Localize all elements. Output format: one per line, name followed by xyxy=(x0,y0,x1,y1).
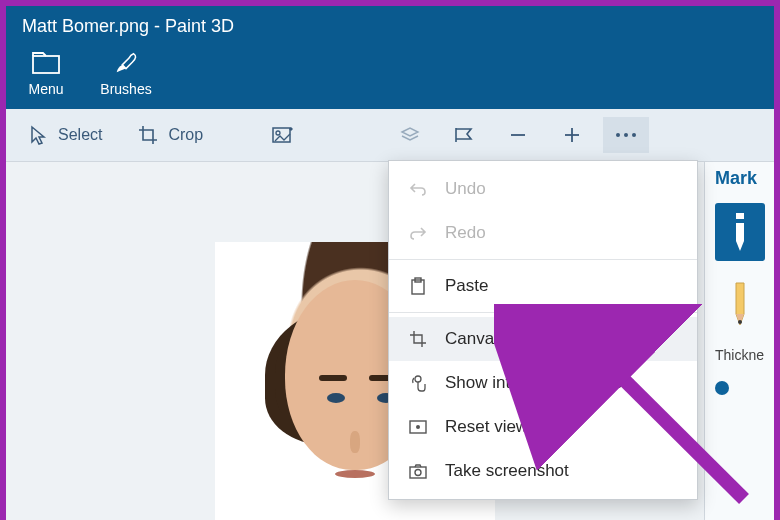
menu-button[interactable]: Menu xyxy=(16,49,76,97)
menu-item-redo: Redo xyxy=(389,211,697,255)
thickness-slider[interactable] xyxy=(715,381,729,395)
crop-icon xyxy=(138,125,158,145)
svg-point-17 xyxy=(415,469,421,475)
brushes-label: Brushes xyxy=(100,81,151,97)
stack-icon xyxy=(398,126,422,144)
touch-icon xyxy=(407,373,429,393)
svg-point-2 xyxy=(276,131,280,135)
clipboard-icon xyxy=(407,277,429,295)
image-sparkle-icon xyxy=(272,125,296,145)
app-window: Matt Bomer.png - Paint 3D Menu Brushes S… xyxy=(6,6,774,514)
more-options-button[interactable] xyxy=(603,117,649,153)
menu-item-label: Show interaction controls xyxy=(445,373,635,393)
brush-icon xyxy=(112,49,140,77)
context-menu: Undo Redo Paste Canvas options Sho xyxy=(388,160,698,500)
menu-item-show-interaction[interactable]: Show interaction controls xyxy=(389,361,697,405)
magic-select-tool[interactable] xyxy=(261,117,307,153)
menu-label: Menu xyxy=(28,81,63,97)
plus-icon xyxy=(562,125,582,145)
ellipsis-icon xyxy=(614,131,638,139)
reset-view-icon xyxy=(407,420,429,434)
marker-tool[interactable] xyxy=(715,203,765,261)
menu-separator xyxy=(389,259,697,260)
flag-icon xyxy=(453,126,475,144)
marker-icon xyxy=(726,209,754,255)
menu-item-paste[interactable]: Paste xyxy=(389,264,697,308)
svg-point-8 xyxy=(632,133,636,137)
menu-separator xyxy=(389,312,697,313)
cursor-icon xyxy=(30,125,48,145)
menu-item-label: Canvas options xyxy=(445,329,562,349)
top-menubar: Menu Brushes xyxy=(6,47,774,109)
pencil-tool[interactable] xyxy=(715,275,765,333)
folder-icon xyxy=(32,49,60,77)
svg-point-7 xyxy=(624,133,628,137)
right-sidebar: Mark Thickne xyxy=(704,162,774,520)
mixed-reality-tool[interactable] xyxy=(441,117,487,153)
pencil-icon xyxy=(727,280,753,328)
menu-item-label: Reset view xyxy=(445,417,528,437)
svg-point-10 xyxy=(738,320,742,324)
minus-icon xyxy=(508,125,528,145)
menu-item-label: Take screenshot xyxy=(445,461,569,481)
zoom-in-button[interactable] xyxy=(549,117,595,153)
menu-item-label: Redo xyxy=(445,223,486,243)
svg-rect-16 xyxy=(410,467,426,478)
undo-icon xyxy=(407,181,429,197)
camera-icon xyxy=(407,464,429,479)
menu-item-label: Paste xyxy=(445,276,488,296)
canvas-options-icon xyxy=(407,330,429,348)
svg-point-15 xyxy=(416,425,420,429)
brushes-button[interactable]: Brushes xyxy=(96,49,156,97)
thickness-label: Thickne xyxy=(715,347,764,363)
window-title: Matt Bomer.png - Paint 3D xyxy=(22,16,234,36)
svg-rect-0 xyxy=(33,56,59,73)
menu-item-canvas-options[interactable]: Canvas options xyxy=(389,317,697,361)
toolbar: Select Crop xyxy=(6,109,774,162)
menu-item-undo: Undo xyxy=(389,167,697,211)
menu-item-take-screenshot[interactable]: Take screenshot xyxy=(389,449,697,493)
zoom-out-button[interactable] xyxy=(495,117,541,153)
title-bar: Matt Bomer.png - Paint 3D xyxy=(6,6,774,47)
crop-tool[interactable]: Crop xyxy=(124,119,217,151)
crop-label: Crop xyxy=(168,126,203,144)
select-tool[interactable]: Select xyxy=(16,119,116,151)
sidebar-heading: Mark xyxy=(705,168,757,189)
svg-point-6 xyxy=(616,133,620,137)
svg-point-13 xyxy=(415,376,421,382)
3d-view-tool[interactable] xyxy=(387,117,433,153)
svg-rect-9 xyxy=(736,219,744,223)
menu-item-reset-view[interactable]: Reset view xyxy=(389,405,697,449)
menu-item-label: Undo xyxy=(445,179,486,199)
redo-icon xyxy=(407,225,429,241)
select-label: Select xyxy=(58,126,102,144)
